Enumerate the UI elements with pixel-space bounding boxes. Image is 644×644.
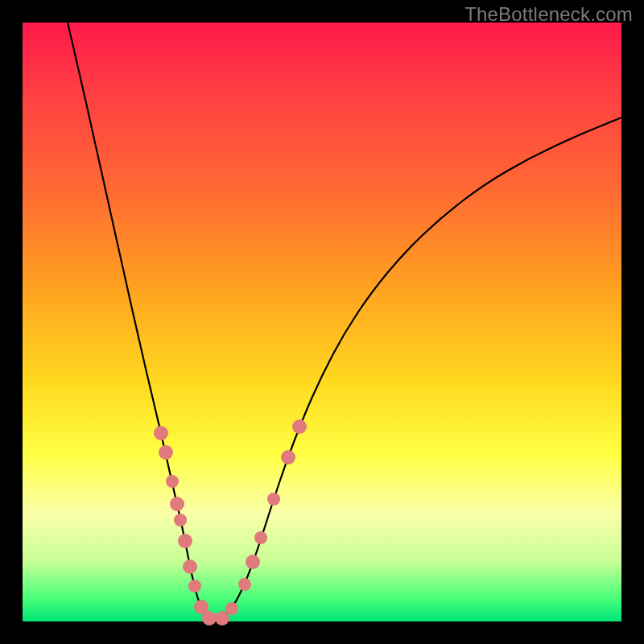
- bead-marker: [292, 419, 307, 434]
- marker-beads: [154, 419, 307, 625]
- bead-marker: [267, 493, 280, 506]
- bead-marker: [188, 580, 201, 592]
- bead-marker: [154, 426, 168, 440]
- plot-area: [23, 23, 621, 621]
- bead-marker: [281, 450, 295, 464]
- bead-marker: [238, 578, 251, 591]
- bead-marker: [254, 531, 267, 544]
- left-curve: [68, 23, 213, 620]
- bead-marker: [183, 559, 197, 574]
- bead-marker: [215, 611, 229, 625]
- chart-frame: TheBottleneck.com: [0, 0, 644, 644]
- bead-marker: [225, 602, 238, 615]
- bead-marker: [174, 514, 187, 526]
- bead-marker: [202, 611, 217, 625]
- bead-marker: [178, 534, 192, 548]
- right-curve: [213, 118, 621, 620]
- bead-marker: [246, 555, 260, 569]
- bead-marker: [166, 475, 179, 488]
- bead-marker: [159, 445, 173, 460]
- bead-marker: [170, 497, 184, 511]
- curve-layer: [23, 23, 621, 621]
